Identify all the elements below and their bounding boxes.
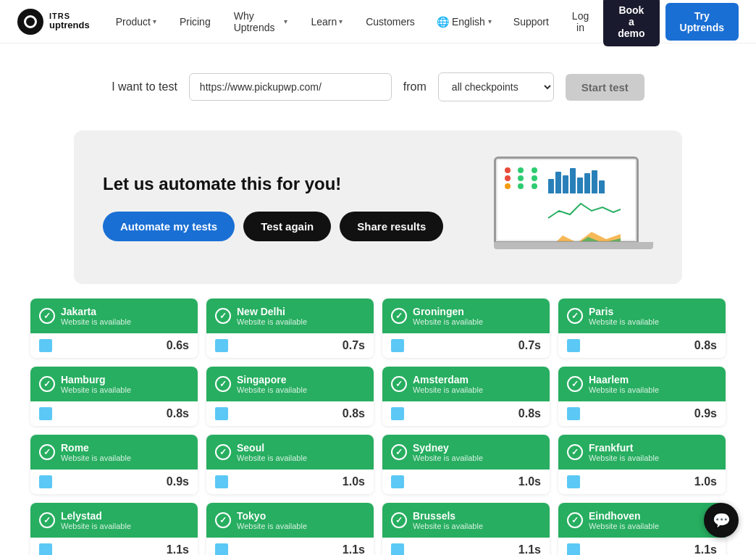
result-card: Singapore Website is available 0.8s (206, 367, 374, 426)
check-circle-icon (391, 512, 407, 528)
laptop-illustration (494, 157, 653, 249)
bar-indicator (567, 339, 580, 352)
check-circle-icon (567, 512, 583, 528)
status-text: Website is available (237, 317, 307, 326)
dot (505, 175, 511, 181)
bar-indicator (391, 543, 404, 555)
nav-why-uptrends[interactable]: Why Uptrends ▾ (225, 4, 297, 39)
nav-learn[interactable]: Learn ▾ (302, 10, 351, 33)
check-circle-icon (567, 444, 583, 460)
response-time: 1.0s (694, 475, 717, 488)
chat-button[interactable]: 💬 (704, 503, 739, 538)
bar-indicator (391, 407, 404, 420)
promo-title: Let us automate this for you! (103, 174, 443, 194)
response-time: 1.1s (343, 543, 365, 555)
response-time: 0.6s (167, 339, 189, 352)
globe-icon: 🌐 (437, 16, 449, 28)
city-name: Hamburg (61, 374, 131, 385)
result-card: Sydney Website is available 1.0s (382, 435, 550, 494)
login-button[interactable]: Log in (563, 4, 597, 39)
url-input[interactable] (189, 73, 392, 101)
dot (532, 167, 537, 173)
bar-indicator (391, 339, 404, 352)
dot (532, 183, 537, 189)
status-text: Website is available (61, 454, 131, 462)
city-name: Frankfurt (589, 442, 659, 454)
result-card: Frankfurt Website is available 1.0s (558, 435, 726, 494)
nav-right: 🌐 English ▾ Support Log in Book a demo T… (429, 0, 739, 46)
dot (505, 167, 511, 173)
book-demo-button[interactable]: Book a demo (603, 0, 659, 46)
check-circle-icon (391, 308, 407, 324)
chat-icon: 💬 (713, 512, 731, 529)
response-time: 1.0s (518, 475, 541, 488)
check-circle-icon (567, 376, 583, 392)
response-time: 0.9s (694, 407, 717, 420)
check-circle-icon (391, 444, 407, 460)
bar-indicator (39, 407, 52, 420)
status-text: Website is available (237, 522, 307, 530)
result-card: Hamburg Website is available 0.8s (30, 367, 198, 426)
check-circle-icon (215, 444, 231, 460)
language-selector[interactable]: 🌐 English ▾ (429, 10, 499, 33)
bar-indicator (215, 407, 228, 420)
try-uptrends-button[interactable]: Try Uptrends (665, 3, 739, 41)
bar-indicator (39, 339, 52, 352)
result-card: Seoul Website is available 1.0s (206, 435, 374, 494)
city-name: Sydney (413, 442, 483, 454)
dot (505, 183, 511, 189)
status-text: Website is available (413, 317, 483, 326)
response-time: 0.8s (167, 407, 189, 420)
test-again-button[interactable]: Test again (243, 212, 331, 241)
status-text: Website is available (61, 317, 131, 326)
result-card: Amsterdam Website is available 0.8s (382, 367, 550, 426)
checkpoint-select[interactable]: all checkpoints (438, 72, 554, 101)
city-name: Eindhoven (589, 510, 659, 522)
result-card: Rome Website is available 0.9s (30, 435, 198, 494)
bar-chart (548, 164, 631, 193)
result-card: Lelystad Website is available 1.1s (30, 503, 198, 555)
result-card: New Delhi Website is available 0.7s (206, 299, 374, 358)
nav-customers[interactable]: Customers (357, 10, 424, 33)
promo-buttons: Automate my tests Test again Share resul… (103, 212, 443, 241)
result-card: Groningen Website is available 0.7s (382, 299, 550, 358)
bar-indicator (39, 475, 52, 488)
nav-product[interactable]: Product ▾ (107, 10, 165, 33)
city-name: Tokyo (237, 510, 307, 522)
chevron-down-icon: ▾ (488, 17, 492, 25)
status-text: Website is available (61, 385, 131, 394)
city-name: Lelystad (61, 510, 131, 522)
city-name: Groningen (413, 306, 483, 317)
city-name: Seoul (237, 442, 307, 454)
check-circle-icon (39, 308, 55, 324)
result-card: Tokyo Website is available 1.1s (206, 503, 374, 555)
bar-indicator (391, 475, 404, 488)
status-text: Website is available (589, 317, 659, 326)
status-text: Website is available (413, 385, 483, 394)
share-results-button[interactable]: Share results (340, 212, 443, 241)
from-label: from (403, 80, 427, 93)
response-time: 1.1s (518, 543, 541, 555)
check-circle-icon (567, 308, 583, 324)
dot (518, 183, 524, 189)
logo-icon (17, 9, 43, 35)
logo-line2: uptrends (49, 20, 90, 30)
logo[interactable]: ITRS uptrends (17, 9, 90, 35)
nav-pricing[interactable]: Pricing (171, 10, 219, 33)
start-test-button[interactable]: Start test (566, 74, 644, 101)
automate-tests-button[interactable]: Automate my tests (103, 212, 235, 241)
response-time: 0.7s (343, 339, 365, 352)
hero-section: I want to test from all checkpoints Star… (0, 43, 756, 116)
support-button[interactable]: Support (505, 10, 558, 33)
response-time: 0.8s (343, 407, 365, 420)
status-text: Website is available (413, 522, 483, 530)
chevron-down-icon: ▾ (339, 17, 343, 25)
city-name: Rome (61, 442, 131, 454)
city-name: Amsterdam (413, 374, 483, 385)
bar-indicator (567, 407, 580, 420)
response-time: 0.7s (518, 339, 541, 352)
check-circle-icon (39, 512, 55, 528)
dot (518, 167, 524, 173)
city-name: New Delhi (237, 306, 307, 317)
status-text: Website is available (589, 522, 659, 530)
